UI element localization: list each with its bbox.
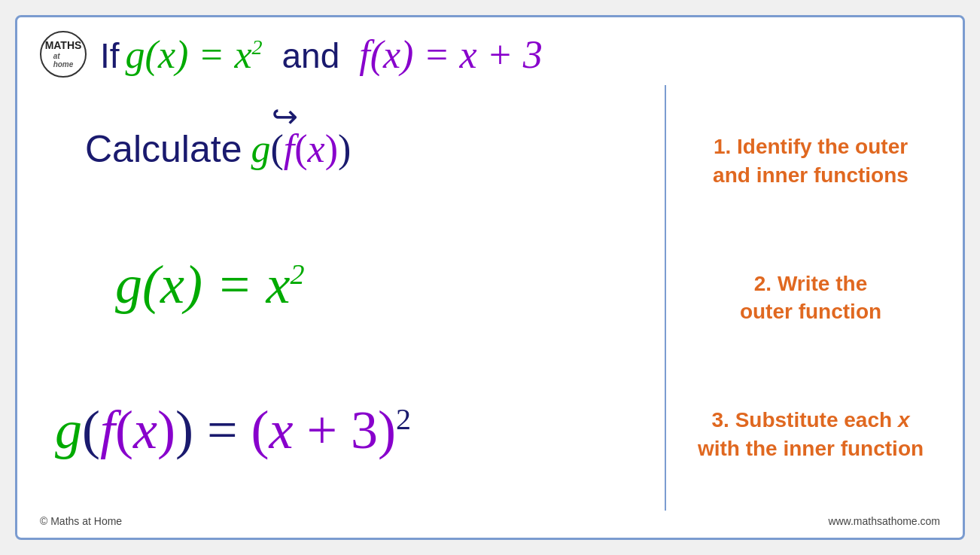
calc-formula-wrap: ↩ g(f(x)) bbox=[251, 127, 351, 171]
logo: MATHS athome bbox=[40, 31, 87, 78]
header-and: and bbox=[282, 35, 339, 76]
footer: © Maths at Home www.mathsathome.com bbox=[40, 511, 940, 527]
footer-left: © Maths at Home bbox=[40, 515, 122, 527]
calculate-row: Calculate ↩ g(f(x)) bbox=[40, 127, 657, 171]
footer-right: www.mathsathome.com bbox=[828, 515, 940, 527]
logo-maths: MATHS bbox=[45, 40, 82, 51]
header-fx: f(x) = x + 3 bbox=[359, 32, 542, 77]
arrow-icon: ↩ bbox=[272, 98, 298, 135]
step1-text: 1. Identify the outerand inner functions bbox=[713, 135, 908, 187]
outer-function-row: g(x) = x2 bbox=[40, 254, 657, 316]
logo-home: athome bbox=[53, 52, 74, 69]
step2-box: 2. Write theouter function bbox=[689, 270, 933, 327]
left-panel: Calculate ↩ g(f(x)) g(x) = x2 g(f(x)) bbox=[40, 85, 657, 511]
header-formula: If g(x) = x2 and f(x) = x + 3 bbox=[100, 32, 543, 77]
if-text: If bbox=[100, 35, 120, 76]
step1-box: 1. Identify the outerand inner functions bbox=[689, 133, 933, 190]
step3-box: 3. Substitute each xwith the inner funct… bbox=[689, 406, 933, 463]
header-gx: g(x) = x2 bbox=[126, 32, 263, 77]
header-row: MATHS athome If g(x) = x2 and f(x) = x +… bbox=[40, 31, 940, 78]
step2-text: 2. Write theouter function bbox=[740, 272, 881, 324]
main-content: Calculate ↩ g(f(x)) g(x) = x2 g(f(x)) bbox=[40, 85, 940, 511]
calc-g: g(f(x)) bbox=[251, 127, 351, 171]
vertical-divider bbox=[665, 85, 666, 511]
step3-text: 3. Substitute each xwith the inner funct… bbox=[698, 408, 924, 460]
calculate-label: Calculate bbox=[85, 127, 242, 171]
composite-formula: g(f(x)) = (x + 3)2 bbox=[55, 399, 411, 462]
composite-row: g(f(x)) = (x + 3)2 bbox=[40, 399, 657, 462]
outer-formula: g(x) = x2 bbox=[115, 254, 304, 316]
right-panel: 1. Identify the outerand inner functions… bbox=[674, 85, 940, 511]
main-card: MATHS athome If g(x) = x2 and f(x) = x +… bbox=[15, 15, 965, 540]
